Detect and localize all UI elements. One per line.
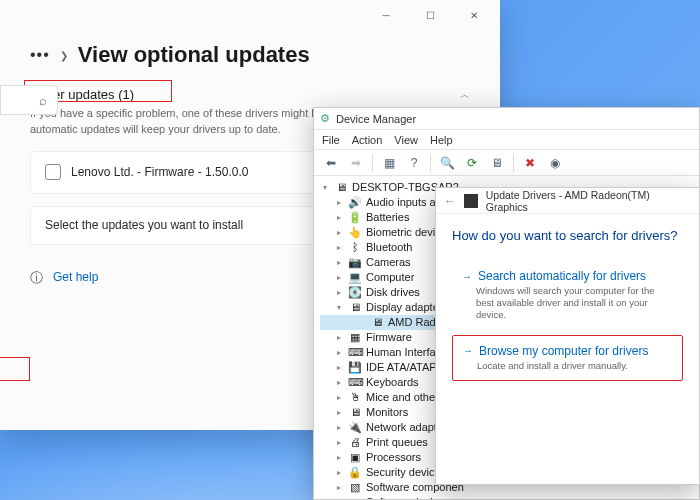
ud-titlebar: ← Update Drivers - AMD Radeon(TM) Graphi… (436, 188, 699, 214)
menu-help[interactable]: Help (430, 134, 453, 146)
breadcrumb: ••• ❯ View optional updates (30, 42, 470, 68)
minimize-button[interactable]: ─ (364, 1, 408, 29)
device-icon: 🖨 (348, 435, 362, 450)
device-icon: 🔊 (348, 195, 362, 210)
back-button[interactable]: ⬅ (320, 153, 342, 173)
titlebar: ─ ☐ ✕ (0, 0, 500, 30)
device-icon: 💾 (348, 360, 362, 375)
device-icon: ⌨ (348, 345, 362, 360)
close-button[interactable]: ✕ (452, 1, 496, 29)
device-icon: 💽 (348, 285, 362, 300)
menu-view[interactable]: View (394, 134, 418, 146)
uninstall-button[interactable]: 🖥 (486, 153, 508, 173)
menu-action[interactable]: Action (352, 134, 383, 146)
device-icon: 🔌 (348, 420, 362, 435)
arrow-right-icon: → (462, 271, 472, 282)
update-button[interactable]: ⟳ (461, 153, 483, 173)
option-browse-computer[interactable]: →Browse my computer for drivers Locate a… (452, 335, 683, 381)
maximize-button[interactable]: ☐ (408, 1, 452, 29)
device-icon: 🖥 (348, 300, 362, 315)
more-icon[interactable]: ••• (30, 46, 50, 64)
scan-button[interactable]: 🔍 (436, 153, 458, 173)
device-icon: ▧ (348, 480, 362, 495)
device-icon: ⌨ (348, 375, 362, 390)
option-search-auto[interactable]: →Search automatically for drivers Window… (452, 261, 683, 329)
gpu-icon: 🖥 (370, 315, 384, 330)
device-manager-icon: ⚙ (320, 112, 330, 125)
computer-icon: 🖥 (334, 180, 348, 195)
dm-titlebar: ⚙ Device Manager (314, 108, 699, 130)
dm-toolbar: ⬅ ➡ ▦ ? 🔍 ⟳ 🖥 ✖ ◉ (314, 150, 699, 176)
device-icon: 💻 (348, 270, 362, 285)
device-icon: ▦ (348, 330, 362, 345)
search-icon: ⌕ (39, 93, 47, 108)
device-icon: ▧ (348, 495, 362, 499)
menu-file[interactable]: File (322, 134, 340, 146)
device-icon: ▣ (348, 450, 362, 465)
dialog-question: How do you want to search for drivers? (452, 228, 683, 243)
chevron-up-icon[interactable]: ︿ (460, 88, 470, 102)
refresh-button[interactable]: ◉ (544, 153, 566, 173)
help-button[interactable]: ? (403, 153, 425, 173)
driver-item-label: Lenovo Ltd. - Firmware - 1.50.0.0 (71, 164, 248, 181)
driver-icon (464, 194, 478, 208)
device-icon: 📷 (348, 255, 362, 270)
checkbox[interactable] (45, 164, 61, 180)
device-icon: 🖥 (348, 405, 362, 420)
chevron-right-icon: ❯ (60, 50, 68, 61)
device-icon: 👆 (348, 225, 362, 240)
arrow-right-icon: → (463, 345, 473, 356)
page-title: View optional updates (78, 42, 310, 68)
help-icon: ⓘ (30, 269, 43, 287)
highlight-box (0, 357, 30, 381)
back-icon[interactable]: ← (444, 194, 456, 208)
search-input[interactable]: ⌕ (0, 85, 58, 115)
device-icon: 🖱 (348, 390, 362, 405)
device-icon: ᛒ (348, 240, 362, 255)
forward-button[interactable]: ➡ (345, 153, 367, 173)
properties-button[interactable]: ▦ (378, 153, 400, 173)
device-icon: 🔋 (348, 210, 362, 225)
tree-node[interactable]: ▸▧Software devices (320, 495, 697, 499)
update-drivers-dialog: ← Update Drivers - AMD Radeon(TM) Graphi… (435, 187, 700, 485)
disable-button[interactable]: ✖ (519, 153, 541, 173)
device-icon: 🔒 (348, 465, 362, 480)
dm-menubar: File Action View Help (314, 130, 699, 150)
